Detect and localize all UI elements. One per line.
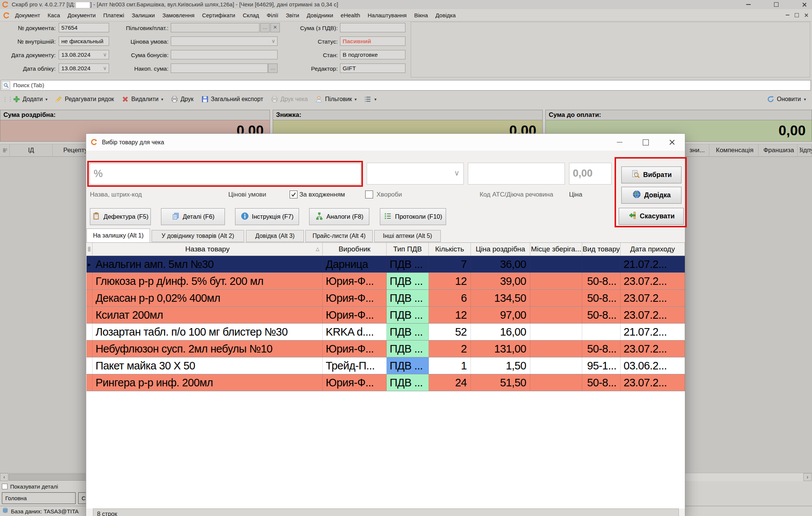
cell-date[interactable]: 23.07.2... bbox=[621, 290, 685, 307]
menu-item-Звіти[interactable]: Звіти bbox=[282, 12, 303, 18]
mdi-restore-button[interactable] bbox=[795, 13, 799, 17]
cell-storage[interactable] bbox=[530, 357, 582, 374]
row-selector-cell[interactable] bbox=[87, 324, 93, 340]
scroll-right-button[interactable]: › bbox=[803, 473, 812, 481]
tab-main[interactable]: Головна bbox=[2, 492, 76, 504]
menu-item-Платежі[interactable]: Платежі bbox=[99, 12, 128, 18]
column-header-8[interactable]: Дата приходу bbox=[621, 243, 685, 256]
cell-name[interactable]: Анальгин амп. 5мл №30 bbox=[93, 256, 323, 273]
cell-price[interactable]: 97,00 bbox=[471, 307, 530, 324]
cell-manufacturer[interactable]: Юрия-Ф... bbox=[323, 340, 387, 357]
price-condition-select[interactable]: ∨ bbox=[171, 36, 278, 46]
cell-vat[interactable]: ПДВ ... bbox=[387, 374, 429, 391]
cell-price[interactable]: 51,50 bbox=[471, 374, 530, 391]
cell-date[interactable]: 21.07.2... bbox=[621, 324, 685, 340]
cell-storage[interactable] bbox=[530, 374, 582, 391]
menu-item-Замовлення[interactable]: Замовлення bbox=[159, 12, 198, 18]
chevron-down-icon[interactable]: ∨ bbox=[103, 50, 107, 59]
table-row[interactable]: Небуфлюзон сусп. 2мл небулы №10Юрия-Ф...… bbox=[87, 340, 685, 357]
price-input[interactable]: 0,00 bbox=[569, 163, 612, 185]
cell-date[interactable]: 23.07.2... bbox=[621, 307, 685, 324]
cell-kind[interactable]: 50-8... bbox=[582, 290, 621, 307]
column-header-5[interactable]: Ціна роздрібна bbox=[471, 243, 530, 256]
accumulated-amount-field[interactable] bbox=[171, 64, 268, 73]
cell-vat[interactable]: ПДВ ... bbox=[387, 307, 429, 324]
menu-item-Документи[interactable]: Документи bbox=[64, 12, 99, 18]
toolbar-export-button[interactable]: Загальний експорт bbox=[201, 95, 263, 103]
dialog-close-button[interactable] bbox=[662, 134, 681, 151]
dialog-tab-4[interactable]: Прайс-листи (Alt 4) bbox=[305, 230, 373, 242]
cell-vat[interactable]: ПДВ ... bbox=[387, 324, 429, 340]
toolbar-list-button[interactable]: ▾ bbox=[364, 95, 376, 103]
table-row[interactable]: Глюкоза р-р д/инф. 5% бут. 200 млЮрия-Ф.… bbox=[87, 273, 685, 290]
row-selector-cell[interactable] bbox=[87, 290, 93, 307]
dialog-tab-5[interactable]: Інші аптеки (Alt 5) bbox=[374, 230, 441, 242]
table-row[interactable]: Пакет майка 30 Х 50Трейд-П...ПДВ ...11,5… bbox=[87, 357, 685, 374]
toolbar-print-receipt-button[interactable]: Друк чека bbox=[271, 95, 308, 103]
cell-name[interactable]: Глюкоза р-р д/инф. 5% бут. 200 мл bbox=[93, 273, 323, 290]
cell-kind[interactable] bbox=[582, 256, 621, 273]
dialog-tab-1[interactable]: На залишку (Alt 1) bbox=[87, 228, 150, 242]
cell-qty[interactable]: 52 bbox=[429, 324, 471, 340]
menu-item-Склад[interactable]: Склад bbox=[239, 12, 263, 18]
dialog-tab-3[interactable]: Довідка (Alt 3) bbox=[246, 230, 304, 242]
cell-price[interactable]: 39,00 bbox=[471, 273, 530, 290]
cell-manufacturer[interactable]: Дарница bbox=[323, 256, 387, 273]
cell-name[interactable]: Небуфлюзон сусп. 2мл небулы №10 bbox=[93, 340, 323, 357]
beneficiary-field[interactable] bbox=[171, 23, 260, 32]
diseases-checkbox[interactable] bbox=[365, 191, 373, 198]
cell-storage[interactable] bbox=[530, 324, 582, 340]
cell-storage[interactable] bbox=[530, 340, 582, 357]
show-details-checkbox[interactable] bbox=[2, 484, 8, 489]
fbutton-details[interactable]: Деталі (F6) bbox=[161, 208, 225, 225]
row-selector-cell[interactable] bbox=[87, 307, 93, 324]
cell-vat[interactable]: ПДВ ... bbox=[387, 290, 429, 307]
cell-vat[interactable]: ПДВ ... bbox=[387, 340, 429, 357]
refresh-button[interactable]: Оновити ▾ bbox=[767, 92, 806, 107]
chevron-down-icon[interactable]: ∨ bbox=[272, 37, 275, 45]
menu-item-Сертифікати[interactable]: Сертифікати bbox=[198, 12, 239, 18]
row-selector-cell[interactable] bbox=[87, 374, 93, 391]
menu-item-Довідники[interactable]: Довідники bbox=[303, 12, 337, 18]
dialog-minimize-button[interactable] bbox=[610, 134, 629, 151]
document-date-field[interactable]: 13.08.2024∨ bbox=[59, 50, 109, 59]
toolbar-add-button[interactable]: Додати▾ bbox=[13, 95, 47, 103]
table-row[interactable]: Рингера р-р инф. 200млЮрия-Ф...ПДВ ...24… bbox=[87, 374, 685, 391]
row-selector-cell[interactable] bbox=[87, 340, 93, 357]
beneficiary-browse-button[interactable]: … bbox=[260, 23, 270, 32]
scroll-left-button[interactable]: ‹ bbox=[0, 473, 8, 481]
table-row[interactable]: Ксилат 200млЮрия-Ф...ПДВ ...1297,0050-8.… bbox=[87, 307, 685, 324]
cell-name[interactable]: Ксилат 200мл bbox=[93, 307, 323, 324]
beneficiary-clear-button[interactable]: ✕ bbox=[270, 23, 280, 32]
fbutton-analogs[interactable]: Аналоги (F8) bbox=[309, 208, 369, 225]
menu-item-Документ[interactable]: Документ bbox=[11, 12, 44, 18]
menu-item-eHealth[interactable]: eHealth bbox=[337, 12, 364, 18]
quick-search-bar[interactable]: Поиск (Tab) bbox=[1, 80, 811, 91]
by-entry-checkbox[interactable] bbox=[290, 191, 297, 198]
toolbar-delete-button[interactable]: Видалити▾ bbox=[121, 95, 163, 103]
help-button[interactable]: Довідка bbox=[621, 187, 681, 204]
cell-name[interactable]: Рингера р-р инф. 200мл bbox=[93, 374, 323, 391]
cell-name[interactable]: Пакет майка 30 Х 50 bbox=[93, 357, 323, 374]
fbutton-defect[interactable]: Дефектура (F5) bbox=[90, 208, 151, 225]
window-close-button[interactable] bbox=[796, 0, 812, 9]
cell-kind[interactable]: 95-1... bbox=[582, 357, 621, 374]
table-row[interactable]: Лозартан табл. п/о 100 мг блистер №30KRK… bbox=[87, 324, 685, 340]
cell-qty[interactable]: 6 bbox=[429, 290, 471, 307]
column-header-6[interactable]: Місце зберіга... bbox=[530, 243, 582, 256]
fbutton-protocols[interactable]: Протоколи (F10) bbox=[380, 208, 446, 225]
cell-manufacturer[interactable]: Юрия-Ф... bbox=[323, 374, 387, 391]
cell-kind[interactable]: 50-8... bbox=[582, 307, 621, 324]
dialog-maximize-button[interactable] bbox=[636, 134, 656, 151]
cell-date[interactable]: 21.07.2... bbox=[621, 256, 685, 273]
cell-kind[interactable] bbox=[582, 324, 621, 340]
cell-kind[interactable]: 50-8... bbox=[582, 374, 621, 391]
price-terms-select[interactable]: ∨ bbox=[367, 163, 464, 185]
accumulated-browse-button[interactable]: … bbox=[268, 64, 278, 73]
cell-qty[interactable]: 12 bbox=[429, 273, 471, 290]
column-header-3[interactable]: Тип ПДВ bbox=[387, 243, 429, 256]
cell-date[interactable]: 03.06.2... bbox=[621, 357, 685, 374]
cell-price[interactable]: 134,50 bbox=[471, 290, 530, 307]
cell-manufacturer[interactable]: Юрия-Ф... bbox=[323, 273, 387, 290]
bonus-amount-field[interactable] bbox=[171, 50, 278, 59]
